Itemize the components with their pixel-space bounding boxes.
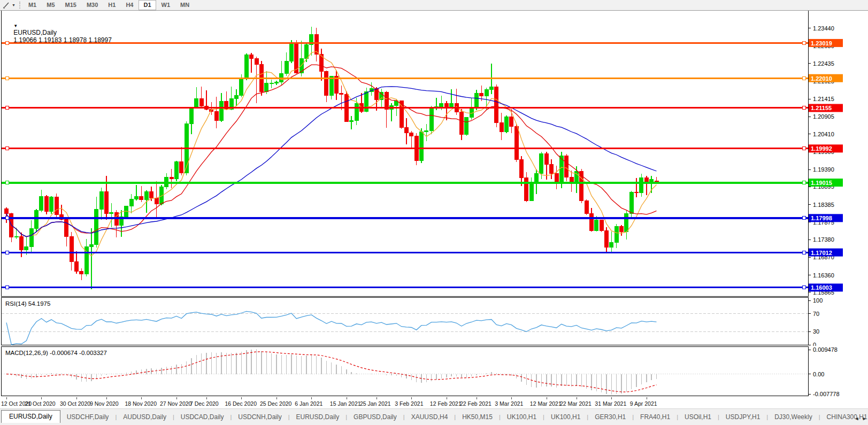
candle	[55, 194, 58, 217]
line-handle[interactable]	[5, 217, 9, 220]
candle	[514, 124, 518, 162]
toolbar-grip	[19, 2, 20, 9]
time-axis-label: 3 Mar 2021	[495, 400, 523, 407]
price-tag-value: 1.16003	[811, 284, 832, 291]
rsi-panel-canvas[interactable]: 10070300	[0, 297, 868, 346]
timeframe-button-h4[interactable]: H4	[121, 0, 138, 10]
price-axis-tick: 1.19390	[813, 166, 834, 173]
time-axis-tick	[547, 397, 547, 399]
line-handle[interactable]	[5, 147, 9, 150]
line-handle[interactable]	[802, 181, 805, 184]
macd-axis-tick: -0.007778	[813, 391, 840, 397]
line-handle[interactable]	[802, 41, 805, 44]
line-handle[interactable]	[5, 286, 9, 289]
candle	[125, 206, 128, 219]
rsi-axis-tick: 0	[813, 342, 816, 346]
rsi-axis-tick: 100	[813, 297, 823, 304]
price-axis-tick: 1.20905	[813, 113, 834, 120]
chart-tab-gbpusd-daily[interactable]: GBPUSD,Daily	[347, 411, 403, 423]
time-axis-label: 18 Nov 2020	[125, 400, 157, 407]
timeframe-button-m30[interactable]: M30	[82, 0, 103, 10]
chevron-down-icon[interactable]: ▼	[12, 3, 16, 7]
chart-tab-bar: EURUSD,DailyUSDCHF,Daily|AUDUSD,Daily|US…	[0, 408, 868, 423]
chart-tab-eurusd-daily[interactable]: EURUSD,Daily	[290, 411, 346, 423]
line-handle[interactable]	[5, 106, 9, 110]
chart-tab-usdjpy-h1[interactable]: USDJPY,H1	[719, 411, 766, 423]
candle	[585, 199, 588, 215]
line-handle[interactable]	[5, 251, 9, 254]
candle	[420, 128, 424, 163]
chart-tab-ger30-h1[interactable]: GER30,H1	[588, 411, 632, 423]
line-handle[interactable]	[802, 147, 805, 150]
rsi-panel-border	[2, 298, 809, 345]
time-axis-label: 16 Dec 2020	[225, 400, 257, 407]
line-handle[interactable]	[802, 106, 805, 110]
price-axis-tick: 1.16360	[813, 272, 834, 279]
time-axis-tick	[6, 397, 7, 399]
time-axis-label: 15 Jan 2021	[330, 400, 361, 407]
time-axis-label: 30 Oct 2020	[60, 400, 90, 407]
time-axis-tick	[276, 397, 277, 399]
time-axis-tick	[511, 397, 512, 399]
chart-tab-xauusd-h4[interactable]: XAUUSD,H4	[405, 411, 455, 423]
time-axis-label: 27 Nov 2020	[160, 400, 192, 407]
macd-panel-canvas[interactable]: 0.0094780.00-0.007778	[0, 346, 868, 397]
timeframe-button-m5[interactable]: M5	[42, 0, 59, 10]
line-handle[interactable]	[5, 76, 9, 80]
price-axis-tick: 1.23440	[813, 25, 834, 32]
line-handle[interactable]	[802, 217, 805, 220]
candle	[505, 115, 509, 133]
chart-tool-icon[interactable]	[1, 1, 12, 10]
timeframe-button-m15[interactable]: M15	[60, 0, 81, 10]
chart-tab-usdcnh-daily[interactable]: USDCNH,Daily	[232, 411, 288, 423]
candle	[495, 84, 498, 127]
main-candlestick-chart-canvas[interactable]: 1.234401.229301.224351.219251.214151.209…	[0, 10, 868, 297]
time-axis-label: 3 Feb 2021	[395, 400, 423, 407]
time-axis-tick	[176, 397, 177, 399]
line-handle[interactable]	[802, 251, 805, 254]
line-handle[interactable]	[802, 286, 805, 289]
line-handle[interactable]	[802, 76, 805, 80]
chart-tab-usoil-h1[interactable]: USOil,H1	[678, 411, 718, 423]
candle	[35, 209, 39, 231]
timeframe-button-d1[interactable]: D1	[139, 0, 156, 10]
price-axis-tick: 1.21415	[813, 96, 834, 102]
symbol-dropdown-caret-icon[interactable]: ▼	[13, 24, 18, 28]
candle	[44, 195, 48, 214]
time-axis-label: 22 Feb 2021	[460, 400, 491, 407]
chart-tab-usdchf-daily[interactable]: USDCHF,Daily	[60, 411, 116, 423]
candle	[600, 220, 603, 232]
macd-panel-border	[2, 347, 809, 396]
chart-tab-uk100-h1[interactable]: UK100,H1	[544, 411, 587, 423]
macd-axis-tick: 0.009478	[813, 346, 838, 353]
timeframe-button-h1[interactable]: H1	[103, 0, 120, 10]
time-axis-label: 31 Mar 2021	[595, 400, 626, 407]
chart-tab-hk50-m15[interactable]: HK50,M15	[456, 411, 499, 423]
chart-tab-uk100-h1[interactable]: UK100,H1	[501, 411, 543, 423]
time-axis-tick	[477, 397, 477, 399]
time-axis-label: 22 Mar 2021	[560, 400, 592, 407]
time-axis-tick	[76, 397, 77, 399]
tab-scroll-left-icon[interactable]: ◄	[854, 416, 859, 421]
timeframe-button-m1[interactable]: M1	[24, 0, 41, 10]
macd-axis-tick: 0.00	[813, 371, 824, 377]
time-axis-tick	[647, 397, 647, 399]
timeframe-button-group: M1M5M15M30H1H4D1W1MN	[24, 0, 195, 10]
price-tag-value: 1.22010	[811, 75, 832, 82]
tab-scroll-right-icon[interactable]: ►	[862, 416, 867, 421]
chart-tab-usdcad-daily[interactable]: USDCAD,Daily	[174, 411, 231, 423]
candle	[174, 161, 178, 181]
rsi-axis-tick: 30	[813, 328, 819, 335]
timeframe-button-mn[interactable]: MN	[175, 0, 194, 10]
chart-tab-fra40-h1[interactable]: FRA40,H1	[634, 411, 677, 423]
time-axis-label: 6 Jan 2021	[295, 400, 322, 407]
chart-tab-dj30-weekly[interactable]: DJ30,Weekly	[768, 411, 818, 423]
price-tag-value: 1.17012	[811, 250, 832, 256]
candle	[244, 53, 248, 80]
price-tag-value: 1.23019	[811, 40, 832, 47]
timeframe-button-w1[interactable]: W1	[157, 0, 175, 10]
chart-tab-audusd-daily[interactable]: AUDUSD,Daily	[117, 411, 173, 423]
chart-tab-eurusd-daily[interactable]: EURUSD,Daily	[1, 410, 60, 423]
time-axis-tick	[41, 397, 42, 399]
line-handle[interactable]	[5, 181, 9, 184]
